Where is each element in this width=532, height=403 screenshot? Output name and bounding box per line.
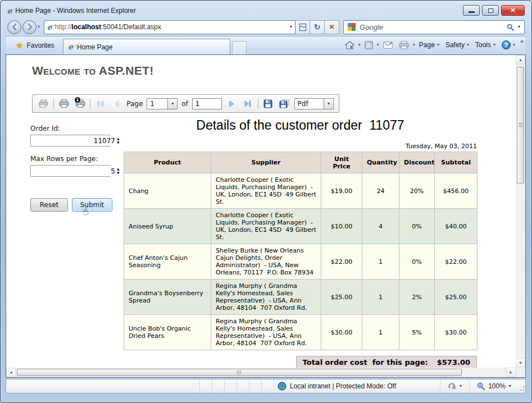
table-header: Product Supplier Unit Price Quantity Dis… [124,152,478,173]
status-cell [249,379,261,393]
status-bar: Local intranet | Protected Mode: Off ▾ 1… [6,379,526,393]
scroll-up-button[interactable]: ▲ [516,55,525,65]
url-path: :50041/Default.aspx [101,23,161,31]
current-page-select[interactable]: 1 ▾ [147,98,178,109]
save-report-button[interactable] [262,97,274,111]
order-id-field[interactable] [31,135,117,146]
save-icon [263,99,272,108]
address-bar[interactable]: e http://localhost:50041/Default.aspx ▾ [44,20,295,34]
ie-logo-icon: e [7,7,12,15]
order-id-stepper: ▲ ▼ [30,135,111,146]
vertical-scrollbar-thumb[interactable] [517,67,524,184]
cell-product: Chef Anton's Cajun Seasoning [124,244,211,280]
last-page-button[interactable] [242,97,253,111]
next-page-button[interactable] [226,97,238,111]
print-report-button[interactable] [58,97,70,111]
search-options-dropdown[interactable]: ▾ [518,25,520,29]
favorites-button[interactable]: ★ Favorites [11,38,60,53]
toolbar-separator [53,99,54,109]
scroll-left-button[interactable]: ◄ [6,368,16,377]
print-dropdown[interactable]: ▾ [413,43,415,47]
search-box[interactable]: Google ▾ [343,20,525,34]
submit-button[interactable]: Submit [72,198,112,212]
print-layout-icon [39,99,49,108]
page-menu-button[interactable]: Page ▾ [417,40,442,50]
table-row: Chef Anton's Cajun Seasoning Shelley Bur… [124,244,478,280]
rss-feed-icon [365,41,373,49]
address-dropdown[interactable]: ▾ [290,25,292,29]
status-cell [224,379,237,393]
refresh-button[interactable]: ↻ [310,20,325,34]
title-bar[interactable]: e Home Page - Windows Internet Explorer [7,4,136,17]
minimize-button[interactable] [463,5,480,16]
order-details-table: Product Supplier Unit Price Quantity Dis… [124,152,478,350]
content-viewport: Welcome to ASP.NET! [6,54,526,378]
column-header-subtotal: Subtotal [435,152,478,173]
scroll-down-button[interactable]: ▼ [516,358,525,368]
home-dropdown[interactable]: ▾ [358,43,361,47]
previous-page-button[interactable] [111,97,122,111]
status-cell [237,379,249,393]
new-tab-button[interactable] [232,41,247,54]
forward-button[interactable] [22,20,37,34]
status-cell [212,379,224,393]
tab-home-page[interactable]: e Home Page [63,39,230,54]
max-rows-stepper: ▲ ▼ [30,165,111,177]
cell-quantity: 1 [362,315,399,350]
cell-supplier: Charlotte Cooper ( Exotic Liquids, Purch… [211,173,321,209]
previous-page-icon [113,100,120,107]
feeds-button[interactable] [362,40,375,51]
more-commands-chevron[interactable]: » [520,38,524,44]
print-icon [399,41,409,49]
minimize-icon [469,11,475,13]
cell-subtotal: $40.00 [435,209,478,244]
print-button[interactable] [397,40,411,51]
url-protocol: http:// [54,23,71,31]
horizontal-scrollbar[interactable]: ◄ ► [6,368,516,377]
max-rows-spinner[interactable]: ▲ ▼ [117,166,120,176]
stop-button[interactable]: ✕ [325,20,339,34]
order-id-spinner[interactable]: ▲ ▼ [117,135,120,146]
close-button[interactable]: ✕ [501,5,525,16]
back-button[interactable] [7,20,21,34]
cell-discount: 20% [399,173,435,209]
cell-subtotal: $30.00 [435,315,478,350]
restore-button[interactable] [482,5,499,16]
zoom-dropdown-caret-icon: ▾ [509,384,511,388]
cell-unit-price: $22.00 [321,244,362,280]
max-rows-field[interactable] [31,166,117,176]
vertical-scrollbar[interactable]: ▲ ▼ [516,55,525,368]
help-button[interactable]: ? ▾ [499,39,517,51]
compatibility-view-button[interactable] [295,20,310,34]
spinner-down-icon: ▼ [117,141,120,144]
privacy-settings-button[interactable]: ▾ [440,379,469,393]
restore-icon [488,8,493,13]
tab-favicon-icon: e [69,43,73,51]
horizontal-scrollbar-thumb[interactable] [17,369,462,376]
current-page-value: 1 [150,100,154,108]
first-page-button[interactable] [94,97,106,111]
scroll-right-button[interactable]: ► [506,368,516,377]
tools-menu-button[interactable]: Tools ▾ [473,40,498,50]
print-current-page-button[interactable]: 1 [74,97,86,111]
reset-button[interactable]: Reset [30,198,68,212]
zoom-control[interactable]: 100% ▾ [469,379,519,393]
search-icon[interactable] [507,24,514,31]
recent-pages-dropdown[interactable]: ▾ [38,25,40,29]
home-button[interactable] [343,40,357,51]
cell-discount: 2% [399,280,435,315]
read-mail-button[interactable] [381,40,395,50]
cell-product: Aniseed Syrup [124,209,211,244]
zoom-magnifier-icon [477,382,485,390]
cell-quantity: 1 [362,244,399,280]
safety-menu-button[interactable]: Safety ▾ [443,40,471,50]
resize-grip[interactable] [519,379,525,393]
export-format-select[interactable]: Pdf ▾ [294,98,334,109]
print-layout-button[interactable] [38,97,49,111]
export-report-button[interactable] [278,97,290,111]
total-pages-field[interactable] [192,98,222,109]
thumb-grip [519,123,522,127]
cell-quantity: 1 [362,280,399,315]
feeds-dropdown[interactable]: ▾ [377,43,379,47]
printer-icon [59,99,69,108]
